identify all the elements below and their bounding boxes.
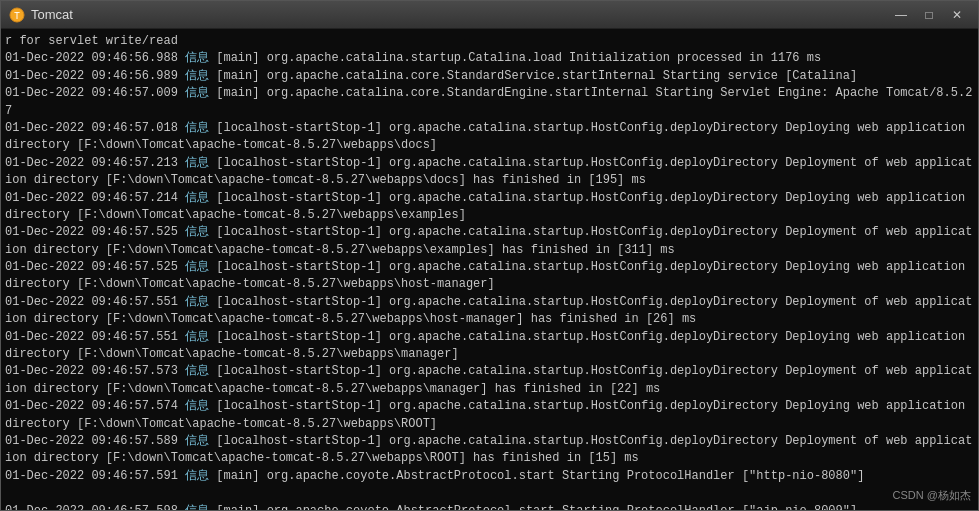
log-line — [5, 485, 974, 502]
log-line: 01-Dec-2022 09:46:57.589 信息 [localhost-s… — [5, 433, 974, 468]
log-line: 01-Dec-2022 09:46:57.213 信息 [localhost-s… — [5, 155, 974, 190]
log-line: 01-Dec-2022 09:46:57.551 信息 [localhost-s… — [5, 329, 974, 364]
main-window: T Tomcat — □ ✕ r for servlet write/read0… — [0, 0, 979, 511]
log-line: 01-Dec-2022 09:46:57.525 信息 [localhost-s… — [5, 224, 974, 259]
log-line: 01-Dec-2022 09:46:57.573 信息 [localhost-s… — [5, 363, 974, 398]
log-line: 01-Dec-2022 09:46:57.009 信息 [main] org.a… — [5, 85, 974, 120]
log-line: 01-Dec-2022 09:46:57.591 信息 [main] org.a… — [5, 468, 974, 485]
log-line: 01-Dec-2022 09:46:56.989 信息 [main] org.a… — [5, 68, 974, 85]
console-output: r for servlet write/read01-Dec-2022 09:4… — [1, 29, 978, 510]
log-line: 01-Dec-2022 09:46:57.214 信息 [localhost-s… — [5, 190, 974, 225]
log-line: 01-Dec-2022 09:46:57.574 信息 [localhost-s… — [5, 398, 974, 433]
log-line: 01-Dec-2022 09:46:57.551 信息 [localhost-s… — [5, 294, 974, 329]
log-line: 01-Dec-2022 09:46:57.598 信息 [main] org.a… — [5, 503, 974, 510]
watermark: CSDN @杨如杰 — [893, 488, 971, 503]
window-title: Tomcat — [31, 7, 888, 22]
log-line: 01-Dec-2022 09:46:56.988 信息 [main] org.a… — [5, 50, 974, 67]
maximize-button[interactable]: □ — [916, 5, 942, 25]
log-line: r for servlet write/read — [5, 33, 974, 50]
log-line: 01-Dec-2022 09:46:57.018 信息 [localhost-s… — [5, 120, 974, 155]
svg-text:T: T — [14, 11, 20, 22]
app-icon: T — [9, 7, 25, 23]
window-controls: — □ ✕ — [888, 5, 970, 25]
title-bar: T Tomcat — □ ✕ — [1, 1, 978, 29]
close-button[interactable]: ✕ — [944, 5, 970, 25]
log-line: 01-Dec-2022 09:46:57.525 信息 [localhost-s… — [5, 259, 974, 294]
minimize-button[interactable]: — — [888, 5, 914, 25]
